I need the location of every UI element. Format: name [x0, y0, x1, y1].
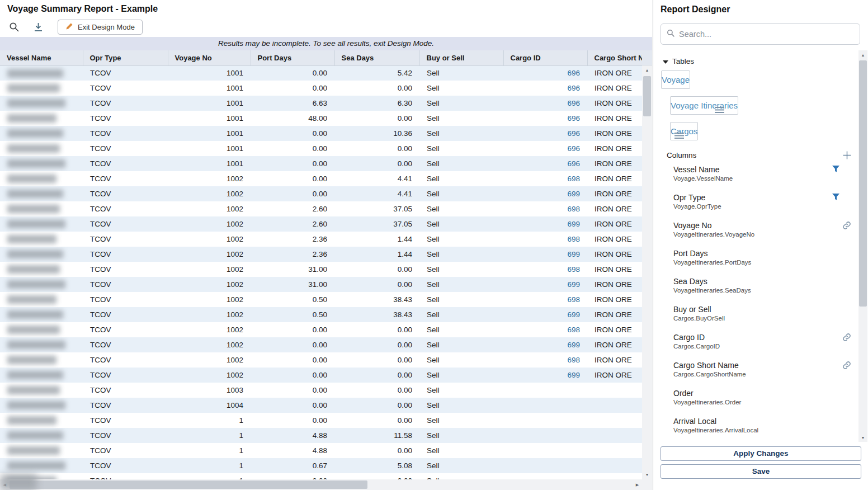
table-row[interactable]: TCOV 1002 0.00 0.00 Sell 699 IRON ORE: [0, 368, 642, 383]
cargo-id-link[interactable]: 698: [567, 175, 580, 183]
vessel-name-cell: [0, 368, 83, 383]
column-header[interactable]: Voyage No: [168, 50, 251, 65]
column-item[interactable]: Vessel Name Voyage.VesselName: [653, 160, 859, 188]
horizontal-scrollbar[interactable]: ◀ ▶: [0, 479, 642, 490]
exit-design-mode-button[interactable]: Exit Design Mode: [58, 20, 143, 35]
filter-icon[interactable]: [832, 193, 840, 202]
column-header[interactable]: Cargo ID: [503, 50, 587, 65]
cargo-id-link[interactable]: 696: [567, 129, 580, 138]
sea-days-cell: 0.00: [334, 398, 419, 413]
column-item[interactable]: Sea Days VoyageItineraries.SeaDays: [653, 272, 859, 300]
designer-search-box[interactable]: [661, 23, 860, 45]
table-button-voyage[interactable]: Voyage: [661, 70, 690, 89]
table-row[interactable]: TCOV 1002 2.60 37.05 Sell 699 IRON ORE: [0, 216, 642, 232]
column-header[interactable]: Buy or Sell: [419, 50, 503, 65]
table-row[interactable]: TCOV 1002 2.60 37.05 Sell 698 IRON ORE: [0, 201, 642, 216]
cargo-id-link[interactable]: 698: [567, 356, 580, 364]
designer-scroll-thumb[interactable]: [859, 60, 867, 307]
link-icon[interactable]: [842, 361, 851, 371]
cargo-id-link[interactable]: 696: [567, 159, 580, 168]
table-row[interactable]: TCOV 1003 0.00 0.00 Sell: [0, 383, 642, 398]
filter-icon[interactable]: [832, 165, 840, 175]
column-item[interactable]: Opr Type Voyage.OprType: [653, 188, 859, 216]
cargo-id-link[interactable]: 698: [567, 326, 580, 334]
column-item[interactable]: Cargo ID Cargos.CargoID: [653, 328, 859, 356]
cargo-id-link[interactable]: 699: [567, 280, 580, 289]
vertical-scrollbar[interactable]: ▲ ▼: [642, 65, 652, 479]
table-row[interactable]: TCOV 1002 0.00 0.00 Sell 699 IRON ORE: [0, 337, 642, 352]
table-row[interactable]: TCOV 1002 31.00 0.00 Sell 699 IRON ORE: [0, 277, 642, 292]
scroll-up-arrow[interactable]: ▲: [642, 65, 652, 75]
cargo-id-link[interactable]: 698: [567, 205, 580, 213]
cargo-id-link[interactable]: 696: [567, 69, 580, 77]
table-row[interactable]: TCOV 1002 0.00 4.41 Sell 698 IRON ORE: [0, 171, 642, 186]
table-row[interactable]: TCOV 1 0.67 5.08 Sell: [0, 458, 642, 473]
column-header[interactable]: Port Days: [251, 50, 334, 65]
horizontal-scroll-thumb[interactable]: [10, 480, 367, 489]
table-row[interactable]: TCOV 1004 0.00 0.00 Sell: [0, 398, 642, 413]
link-icon[interactable]: [842, 221, 851, 232]
table-row[interactable]: TCOV 1002 2.36 1.44 Sell 699 IRON ORE: [0, 247, 642, 262]
column-item[interactable]: Voyage No VoyageItineraries.VoyageNo: [653, 216, 859, 244]
table-row[interactable]: TCOV 1001 0.00 5.42 Sell 696 IRON ORE: [0, 65, 642, 81]
table-row[interactable]: TCOV 1002 0.50 38.43 Sell 698 IRON ORE: [0, 292, 642, 307]
column-item[interactable]: Arrival Local VoyageItineraries.ArrivalL…: [653, 412, 859, 440]
scroll-right-arrow[interactable]: ▶: [633, 479, 642, 490]
cargo-id-link[interactable]: 698: [567, 235, 580, 243]
designer-scrollbar[interactable]: ▲ ▼: [858, 50, 867, 442]
cargo-id-link[interactable]: 699: [567, 220, 580, 228]
cargo-id-link[interactable]: 698: [567, 295, 580, 304]
save-button[interactable]: Save: [661, 464, 861, 479]
column-item[interactable]: Cargo Short Name Cargos.CargoShortName: [653, 356, 859, 384]
column-header[interactable]: Vessel Name: [0, 50, 83, 65]
table-row[interactable]: TCOV 1002 0.00 0.00 Sell 698 IRON ORE: [0, 322, 642, 337]
cargo-id-link[interactable]: 696: [567, 144, 580, 153]
menu-icon[interactable]: [715, 102, 724, 119]
column-item[interactable]: Port Days VoyageItineraries.PortDays: [653, 244, 859, 272]
cargo-id-link[interactable]: 699: [567, 310, 580, 319]
table-row[interactable]: TCOV 1001 0.00 0.00 Sell 696 IRON ORE: [0, 81, 642, 96]
tables-section-toggle[interactable]: Tables: [653, 49, 859, 65]
table-row[interactable]: TCOV 1002 0.50 38.43 Sell 699 IRON ORE: [0, 307, 642, 322]
search-input[interactable]: [679, 30, 854, 39]
link-icon[interactable]: [842, 333, 851, 343]
table-row[interactable]: TCOV 1 4.88 11.58 Sell: [0, 428, 642, 443]
cargo-id-link[interactable]: 698: [567, 265, 580, 274]
cargo-id-link[interactable]: 696: [567, 99, 580, 107]
vertical-scroll-thumb[interactable]: [643, 76, 651, 116]
table-row[interactable]: TCOV 1001 0.00 10.36 Sell 696 IRON ORE: [0, 126, 642, 141]
cargo-id-link[interactable]: 696: [567, 84, 580, 92]
table-row[interactable]: TCOV 1002 31.00 0.00 Sell 698 IRON ORE: [0, 262, 642, 277]
table-row[interactable]: TCOV 1 4.88 0.00 Sell: [0, 443, 642, 458]
cargo-id-link[interactable]: 699: [567, 371, 580, 379]
column-header[interactable]: Cargo Short Name: [587, 50, 642, 65]
table-row[interactable]: TCOV 1002 0.00 0.00 Sell 698 IRON ORE: [0, 352, 642, 368]
cargo-id-link[interactable]: 699: [567, 250, 580, 258]
search-icon[interactable]: [8, 21, 20, 33]
table-button-voyage-itineraries[interactable]: Voyage Itineraries: [670, 96, 738, 115]
table-row[interactable]: TCOV 1001 6.63 6.30 Sell 696 IRON ORE: [0, 96, 642, 111]
table-row[interactable]: TCOV 1001 48.00 0.00 Sell 696 IRON ORE: [0, 111, 642, 126]
scroll-down-arrow[interactable]: ▼: [642, 470, 652, 479]
scroll-up-arrow[interactable]: ▲: [858, 50, 867, 59]
column-item[interactable]: Order VoyageItineraries.Order: [653, 384, 859, 412]
download-icon[interactable]: [32, 21, 44, 33]
scroll-down-arrow[interactable]: ▼: [858, 433, 867, 442]
menu-icon[interactable]: [674, 128, 684, 145]
table-row[interactable]: TCOV 1002 0.00 4.41 Sell 699 IRON ORE: [0, 186, 642, 201]
apply-changes-button[interactable]: Apply Changes: [661, 446, 861, 461]
column-item[interactable]: Buy or Sell Cargos.BuyOrSell: [653, 300, 859, 328]
table-row[interactable]: TCOV 1001 0.00 0.00 Sell 696 IRON ORE: [0, 156, 642, 171]
table-row[interactable]: TCOV 1002 2.36 1.44 Sell 698 IRON ORE: [0, 232, 642, 247]
table-row[interactable]: TCOV 1 0.00 0.00 Sell: [0, 413, 642, 428]
column-header[interactable]: Sea Days: [334, 50, 419, 65]
port-days-cell: 0.00: [251, 186, 334, 201]
column-header[interactable]: Opr Type: [83, 50, 168, 65]
cargo-id-link[interactable]: 696: [567, 114, 580, 123]
cargo-id-link[interactable]: 699: [567, 190, 580, 198]
table-row[interactable]: TCOV 1001 0.00 0.00 Sell 696 IRON ORE: [0, 141, 642, 156]
cargo-id-link[interactable]: 699: [567, 341, 580, 349]
table-row[interactable]: TCOV 1 0.00 0.00 Sell: [0, 473, 642, 479]
add-column-icon[interactable]: [842, 150, 852, 160]
table-button-cargos[interactable]: Cargos: [670, 122, 698, 140]
